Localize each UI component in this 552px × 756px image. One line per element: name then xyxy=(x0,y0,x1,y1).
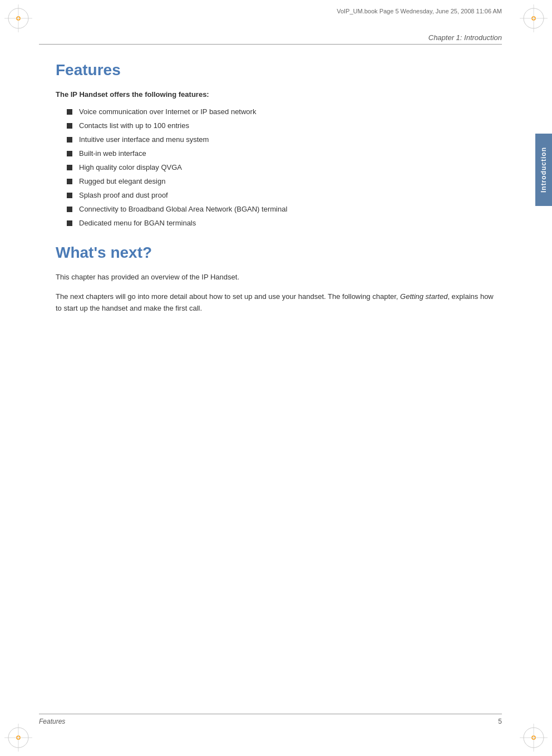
side-tab-label: Introduction xyxy=(540,147,548,193)
list-item: Dedicated menu for BGAN terminals xyxy=(67,219,496,227)
footer-bar: Features 5 xyxy=(39,714,502,725)
corner-mark-tl xyxy=(4,4,32,32)
list-item: Voice communication over Internet or IP … xyxy=(67,107,496,116)
list-item: Contacts list with up to 100 entries xyxy=(67,121,496,130)
bullet-icon xyxy=(67,151,72,156)
side-tab: Introduction xyxy=(535,134,552,206)
corner-mark-bl xyxy=(4,724,32,752)
list-item-text: Connectivity to Broadband Global Area Ne… xyxy=(79,205,287,213)
list-item-text: Intuitive user interface and menu system xyxy=(79,135,209,144)
list-item: Connectivity to Broadband Global Area Ne… xyxy=(67,205,496,213)
list-item-text: Voice communication over Internet or IP … xyxy=(79,107,256,116)
bullet-icon xyxy=(67,193,72,198)
list-item-text: Dedicated menu for BGAN terminals xyxy=(79,219,196,227)
list-item: Splash proof and dust proof xyxy=(67,191,496,199)
bullet-icon xyxy=(67,179,72,184)
list-item-text: Rugged but elegant design xyxy=(79,177,165,185)
footer-left: Features xyxy=(39,718,65,725)
list-item-text: Built-in web interface xyxy=(79,149,146,158)
features-list: Voice communication over Internet or IP … xyxy=(67,107,496,227)
list-item: High quality color display QVGA xyxy=(67,163,496,171)
whats-next-paragraph1: This chapter has provided an overview of… xyxy=(56,272,496,283)
paragraph2-prefix: The next chapters will go into more deta… xyxy=(56,292,400,301)
list-item: Intuitive user interface and menu system xyxy=(67,135,496,144)
list-item-text: Contacts list with up to 100 entries xyxy=(79,121,189,130)
header-title: Chapter 1: Introduction xyxy=(428,33,502,42)
list-item-text: High quality color display QVGA xyxy=(79,163,182,171)
whats-next-heading: What's next? xyxy=(56,244,496,262)
list-item: Rugged but elegant design xyxy=(67,177,496,185)
bullet-icon xyxy=(67,207,72,212)
book-title-text: VoIP_UM.book Page 5 Wednesday, June 25, … xyxy=(337,8,502,14)
bullet-icon xyxy=(67,165,72,170)
features-intro: The IP Handset offers the following feat… xyxy=(56,90,496,99)
list-item-text: Splash proof and dust proof xyxy=(79,191,168,199)
paragraph2-italic: Getting started xyxy=(400,292,447,301)
book-title-bar: VoIP_UM.book Page 5 Wednesday, June 25, … xyxy=(39,8,502,14)
bullet-icon xyxy=(67,109,72,115)
main-content: Features The IP Handset offers the follo… xyxy=(56,45,496,711)
list-item: Built-in web interface xyxy=(67,149,496,158)
bullet-icon xyxy=(67,123,72,129)
page: VoIP_UM.book Page 5 Wednesday, June 25, … xyxy=(0,0,552,756)
header-bar: Chapter 1: Introduction xyxy=(39,33,502,45)
whats-next-paragraph2: The next chapters will go into more deta… xyxy=(56,291,496,315)
features-heading: Features xyxy=(56,61,496,79)
bullet-icon xyxy=(67,220,72,226)
footer-page: 5 xyxy=(498,718,502,725)
bullet-icon xyxy=(67,137,72,143)
corner-mark-br xyxy=(520,724,548,752)
corner-mark-tr xyxy=(520,4,548,32)
